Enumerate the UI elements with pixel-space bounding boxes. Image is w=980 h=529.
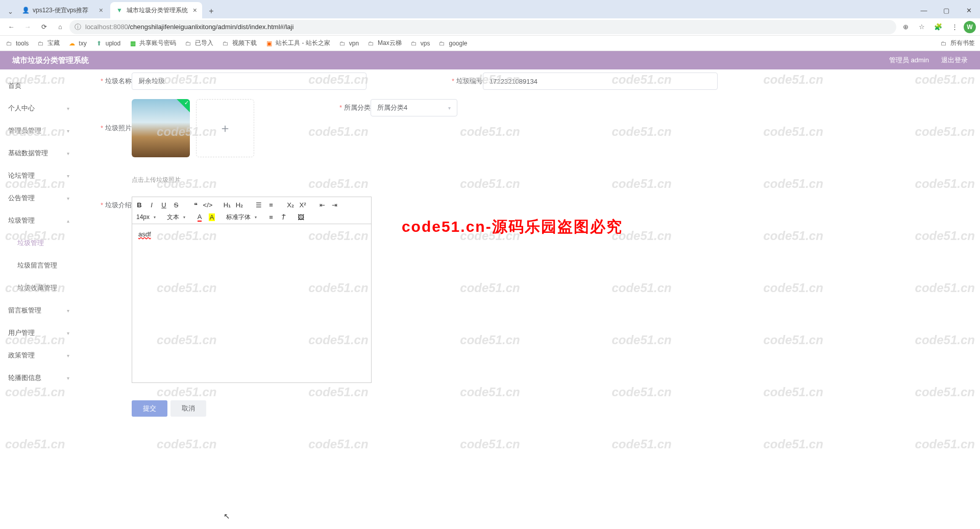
new-tab-button[interactable]: + (204, 4, 218, 18)
minimize-button[interactable]: ― (913, 2, 935, 18)
label-trash-intro: 垃圾介绍 (87, 197, 132, 210)
bookmark-folder[interactable]: 🗀vpn (338, 39, 359, 47)
bookmark-link[interactable]: ▦共享账号密码 (129, 39, 176, 47)
back-button[interactable]: ← (4, 20, 18, 34)
sidebar-item-user-mgmt[interactable]: 用户管理▾ (0, 322, 77, 344)
submit-button[interactable]: 提交 (132, 400, 167, 417)
sidebar-item-trash-mgmt[interactable]: 垃圾管理▴ (0, 209, 77, 232)
folder-icon: 🗀 (438, 39, 446, 47)
tab-dropdown-icon[interactable]: ⌄ (4, 4, 16, 18)
sidebar-item-forum[interactable]: 论坛管理▾ (0, 164, 77, 187)
indent-button[interactable]: ⇥ (329, 199, 340, 210)
image-button[interactable]: 🖼 (295, 211, 306, 223)
bold-button[interactable]: B (134, 199, 145, 210)
sidebar-item-admin-mgmt[interactable]: 管理员管理▾ (0, 119, 77, 142)
sidebar-sub-trash-comments[interactable]: 垃圾留言管理 (0, 254, 77, 277)
bookmark-folder[interactable]: 🗀宝藏 (37, 39, 60, 47)
forward-button[interactable]: → (20, 20, 35, 34)
sidebar-item-policy[interactable]: 政策管理▾ (0, 344, 77, 367)
upload-add-button[interactable]: ＋ (196, 99, 254, 157)
subscript-button[interactable]: X₂ (285, 199, 296, 210)
bookmark-folder[interactable]: 🗀Max云梯 (367, 39, 402, 47)
code-button[interactable]: </> (202, 199, 213, 210)
chevron-down-icon: ▾ (67, 173, 69, 179)
app-title: 城市垃圾分类管理系统 (12, 56, 89, 65)
bookmark-folder[interactable]: 🗀vps (410, 39, 430, 47)
url-host: localhost:8080 (85, 23, 128, 31)
bookmark-folder[interactable]: 🗀已导入 (184, 39, 213, 47)
editor-body[interactable]: asdf (132, 224, 371, 382)
logout-link[interactable]: 退出登录 (941, 56, 968, 65)
clear-format-button[interactable]: T̽ (278, 211, 289, 223)
align-button[interactable]: ≡ (265, 211, 277, 223)
admin-info[interactable]: 管理员 admin (889, 56, 929, 65)
underline-button[interactable]: U (158, 199, 169, 210)
quote-button[interactable]: ❝ (190, 199, 201, 210)
sidebar: 首页 个人中心▾ 管理员管理▾ 基础数据管理▾ 论坛管理▾ 公告管理▾ 垃圾管理… (0, 69, 77, 529)
tab-title: vps123-便宜vps推荐 (33, 6, 96, 15)
folder-icon: 🗀 (367, 39, 375, 47)
browser-tab-active[interactable]: ▼ 城市垃圾分类管理系统 × (110, 2, 202, 18)
select-category[interactable]: 所属分类4 ▾ (371, 99, 457, 116)
input-trash-code[interactable] (483, 73, 718, 90)
sidebar-item-basic-data[interactable]: 基础数据管理▾ (0, 142, 77, 164)
folder-icon: 🗀 (5, 39, 13, 47)
font-family-select[interactable]: 标准字体▾ (223, 211, 260, 223)
chevron-down-icon: ▾ (67, 128, 69, 134)
home-button[interactable]: ⌂ (53, 20, 67, 34)
bookmark-folder[interactable]: 🗀视频下载 (222, 39, 257, 47)
chevron-down-icon: ▾ (67, 151, 69, 156)
text-type-select[interactable]: 文本▾ (164, 211, 188, 223)
italic-button[interactable]: I (146, 199, 157, 210)
all-bookmarks[interactable]: 🗀所有书签 (940, 39, 975, 47)
ordered-list-button[interactable]: ☰ (253, 199, 264, 210)
unordered-list-button[interactable]: ≡ (265, 199, 277, 210)
input-trash-name[interactable] (132, 73, 366, 90)
label-category: 所属分类 (326, 99, 371, 112)
bookmark-folder[interactable]: 🗀tools (5, 39, 29, 47)
cancel-button[interactable]: 取消 (170, 400, 206, 417)
browser-tab-inactive[interactable]: 👤 vps123-便宜vps推荐 × (16, 2, 108, 18)
extensions-icon[interactable]: 🧩 (931, 20, 945, 34)
bookmark-star-icon[interactable]: ☆ (915, 20, 929, 34)
profile-avatar[interactable]: W (964, 21, 976, 33)
cloud-icon: ☁ (68, 39, 76, 47)
tool-icon: ▣ (265, 39, 273, 47)
url-input[interactable]: ⓘ localhost:8080/chengshilajifenleiguanl… (69, 20, 896, 34)
sidebar-sub-trash-favorites[interactable]: 垃圾收藏管理 (0, 277, 77, 299)
chevron-up-icon: ▴ (67, 218, 69, 224)
outdent-button[interactable]: ⇤ (316, 199, 328, 210)
browser-tab-strip: ⌄ 👤 vps123-便宜vps推荐 × ▼ 城市垃圾分类管理系统 × + ― … (0, 0, 980, 18)
install-icon[interactable]: ⊕ (898, 20, 913, 34)
sidebar-item-carousel[interactable]: 轮播图信息▾ (0, 367, 77, 389)
folder-icon: 🗀 (338, 39, 347, 47)
sheet-icon: ▦ (129, 39, 137, 47)
sidebar-item-notice[interactable]: 公告管理▾ (0, 187, 77, 209)
sidebar-item-guestbook[interactable]: 留言板管理▾ (0, 299, 77, 322)
sidebar-item-personal[interactable]: 个人中心▾ (0, 97, 77, 119)
sidebar-item-home[interactable]: 首页 (0, 75, 77, 97)
close-icon[interactable]: × (193, 6, 197, 14)
menu-icon[interactable]: ⋮ (947, 20, 962, 34)
close-window-button[interactable]: ✕ (958, 2, 980, 18)
close-icon[interactable]: × (99, 6, 103, 14)
uploaded-image-thumb[interactable] (132, 99, 190, 157)
strike-button[interactable]: S (170, 199, 182, 210)
address-bar: ← → ⟳ ⌂ ⓘ localhost:8080/chengshilajifen… (0, 18, 980, 36)
reload-button[interactable]: ⟳ (37, 20, 51, 34)
folder-icon: 🗀 (940, 39, 948, 47)
h2-button[interactable]: H₂ (234, 199, 245, 210)
font-size-select[interactable]: 14px▾ (133, 211, 159, 223)
chevron-down-icon: ▾ (67, 308, 69, 314)
upload-icon: ⬆ (95, 39, 103, 47)
highlight-button[interactable]: A (206, 211, 217, 223)
h1-button[interactable]: H₁ (222, 199, 233, 210)
bookmark-link[interactable]: ⬆uplod (95, 39, 120, 47)
text-color-button[interactable]: A (194, 211, 205, 223)
sidebar-sub-trash-mgmt[interactable]: 垃圾管理 (0, 232, 77, 254)
superscript-button[interactable]: X² (297, 199, 308, 210)
bookmark-link[interactable]: ☁txy (68, 39, 86, 47)
bookmark-folder[interactable]: 🗀google (438, 39, 467, 47)
maximize-button[interactable]: ▢ (935, 2, 958, 18)
bookmark-link[interactable]: ▣站长工具 - 站长之家 (265, 39, 330, 47)
